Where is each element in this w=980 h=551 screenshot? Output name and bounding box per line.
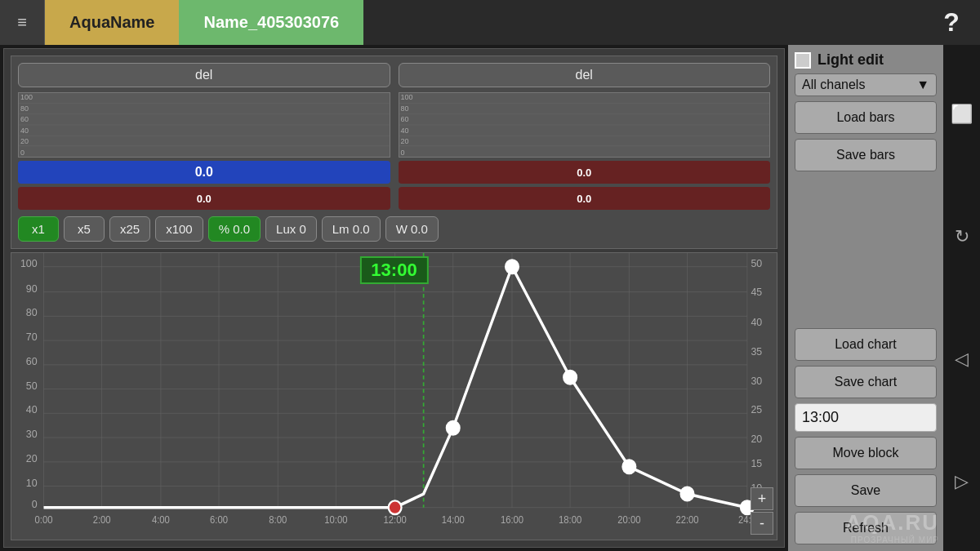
tab-aquaname-label: AquaName: [69, 13, 154, 32]
svg-text:18:00: 18:00: [559, 515, 581, 525]
svg-text:22:00: 22:00: [675, 515, 698, 525]
load-chart-button[interactable]: Load chart: [795, 328, 937, 361]
right-panel-spacer: [795, 176, 937, 323]
svg-text:30: 30: [26, 428, 38, 440]
svg-text:0: 0: [32, 497, 38, 509]
svg-point-72: [564, 371, 577, 384]
rotate-icon[interactable]: ↻: [948, 220, 976, 254]
scale-x5-button[interactable]: x5: [64, 216, 105, 242]
left-panel: del del 100 80 60 40 20 0: [3, 48, 785, 548]
tab-name405[interactable]: Name_405303076: [179, 0, 363, 45]
expand-icon[interactable]: ⬜: [944, 97, 979, 131]
chart-svg[interactable]: 100 90 80 70 60 50 40 30 20 10 0 50 45 4…: [11, 253, 777, 540]
lux-button[interactable]: Lux 0: [265, 216, 317, 242]
svg-text:25: 25: [751, 403, 762, 415]
chart-plus-button[interactable]: +: [751, 487, 773, 510]
light-edit-label: Light edit: [817, 51, 884, 69]
svg-text:10: 10: [26, 476, 38, 488]
channel1-value: 0.0: [195, 165, 213, 180]
svg-text:20: 20: [751, 433, 762, 445]
tab-name405-label: Name_405303076: [203, 13, 339, 32]
scale-x25-button[interactable]: x25: [109, 216, 150, 242]
channel2-sub-bar[interactable]: 0.0: [399, 187, 771, 210]
scale-x100-button[interactable]: x100: [155, 216, 203, 242]
svg-text:0:00: 0:00: [35, 515, 53, 525]
refresh-button[interactable]: Refresh: [795, 512, 937, 544]
back-icon[interactable]: ◁: [948, 342, 975, 376]
percent-button[interactable]: % 0.0: [208, 216, 261, 242]
scale-buttons-row: x1 x5 x25 x100 % 0.0 Lux 0 Lm 0.0 W 0.0: [18, 216, 770, 242]
lm-button[interactable]: Lm 0.0: [322, 216, 381, 242]
channel2-value-bar[interactable]: 0.0: [399, 161, 771, 184]
svg-text:90: 90: [26, 282, 38, 294]
time-input[interactable]: [795, 403, 937, 432]
svg-text:16:00: 16:00: [501, 515, 523, 525]
help-icon: ?: [943, 7, 960, 38]
top-bar: ≡ AquaName Name_405303076 ?: [0, 0, 980, 45]
svg-text:2:00: 2:00: [93, 515, 111, 525]
svg-text:8:00: 8:00: [269, 515, 287, 525]
svg-text:15: 15: [751, 456, 762, 469]
svg-text:10:00: 10:00: [324, 515, 347, 525]
svg-point-71: [506, 260, 519, 273]
tab-aquaname[interactable]: AquaName: [45, 0, 179, 45]
svg-text:50: 50: [751, 256, 762, 269]
chart-minus-button[interactable]: -: [751, 512, 773, 535]
svg-text:45: 45: [751, 286, 762, 298]
svg-text:80: 80: [26, 306, 38, 318]
channel-select[interactable]: All chanels ▼: [795, 73, 937, 96]
move-block-button[interactable]: Move block: [795, 437, 937, 469]
svg-point-73: [622, 460, 635, 473]
chart-section[interactable]: 13:00 100 90 80 70 60 50 40 30 20 10 0 5…: [11, 252, 777, 540]
menu-button[interactable]: ≡: [0, 0, 45, 45]
del-button-2[interactable]: del: [399, 63, 771, 87]
light-edit-checkbox[interactable]: [795, 52, 811, 69]
top-spacer: [363, 0, 923, 45]
chart-time-display: 13:00: [359, 256, 428, 284]
main-content: del del 100 80 60 40 20 0: [0, 45, 980, 551]
load-bars-button[interactable]: Load bars: [795, 101, 937, 134]
help-button[interactable]: ?: [923, 0, 980, 45]
scale-x1-button[interactable]: x1: [18, 216, 59, 242]
svg-text:70: 70: [26, 331, 38, 343]
channel-block-1: 100 80 60 40 20 0: [18, 92, 390, 210]
channel1-sub-bar[interactable]: 0.0: [18, 187, 390, 210]
channel1-sub-value: 0.0: [197, 193, 212, 205]
light-edit-row: Light edit: [795, 51, 937, 69]
svg-text:60: 60: [26, 355, 38, 367]
svg-text:20: 20: [26, 452, 38, 464]
right-icons-panel: ⬜ ↻ ◁ ▷: [943, 45, 980, 551]
svg-point-70: [447, 421, 460, 435]
channel-select-label: All chanels: [802, 78, 865, 92]
channel-graph-2[interactable]: 100 80 60 40 20 0: [399, 92, 771, 158]
svg-text:50: 50: [26, 379, 38, 391]
save-button[interactable]: Save: [795, 474, 937, 507]
svg-text:4:00: 4:00: [152, 515, 170, 525]
del-row: del del: [18, 63, 770, 87]
svg-text:6:00: 6:00: [210, 515, 228, 525]
save-bars-button[interactable]: Save bars: [795, 139, 937, 171]
channel-select-arrow: ▼: [916, 78, 929, 92]
save-chart-button[interactable]: Save chart: [795, 366, 937, 398]
svg-text:40: 40: [26, 403, 38, 415]
channel-graph-1[interactable]: 100 80 60 40 20 0: [18, 92, 390, 158]
channel1-value-bar[interactable]: 0.0: [18, 161, 390, 184]
bars-section: del del 100 80 60 40 20 0: [11, 56, 777, 249]
svg-text:35: 35: [751, 345, 762, 358]
svg-text:20:00: 20:00: [617, 515, 640, 525]
del-button-1[interactable]: del: [18, 63, 390, 87]
svg-point-69: [389, 500, 402, 514]
svg-text:100: 100: [20, 256, 38, 269]
svg-point-74: [681, 487, 694, 501]
menu-icon: ≡: [17, 13, 27, 32]
channel-block-2: 100 80 60 40 20 0: [399, 92, 771, 210]
channel2-sub-value: 0.0: [577, 193, 591, 205]
svg-text:40: 40: [751, 316, 762, 328]
svg-text:30: 30: [751, 374, 762, 386]
svg-text:12:00: 12:00: [384, 515, 407, 525]
svg-rect-10: [11, 253, 777, 540]
w-button[interactable]: W 0.0: [385, 216, 439, 242]
forward-icon[interactable]: ▷: [948, 464, 975, 499]
svg-text:14:00: 14:00: [442, 515, 465, 525]
right-panel: Light edit All chanels ▼ Load bars Save …: [788, 45, 943, 551]
